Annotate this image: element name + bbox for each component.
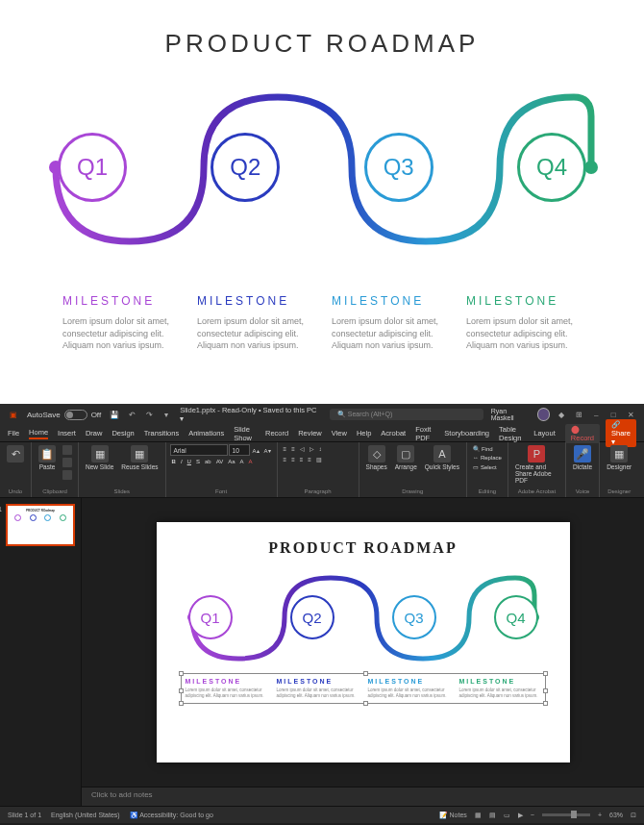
menu-draw[interactable]: Draw	[86, 429, 103, 438]
view-reading-icon[interactable]: ▭	[504, 812, 510, 819]
shrink-font[interactable]: A▾	[262, 446, 273, 455]
spacing-button[interactable]: AV	[214, 458, 226, 465]
menu-file[interactable]: File	[8, 429, 19, 438]
dictate-button[interactable]: 🎤Dictate	[570, 444, 595, 471]
replace-button[interactable]: ↔ Replace	[471, 454, 504, 462]
menu-insert[interactable]: Insert	[58, 429, 76, 438]
undo-icon[interactable]: ↶	[126, 409, 137, 420]
canvas-q2[interactable]: Q2	[290, 595, 334, 639]
canvas-milestone-3[interactable]: MILESTONE Lorem ipsum dolor sit amet, co…	[368, 678, 450, 699]
canvas-q4[interactable]: Q4	[494, 595, 538, 639]
font-family-select[interactable]: Arial	[170, 444, 228, 456]
menu-design[interactable]: Design	[111, 429, 134, 438]
view-normal-icon[interactable]: ▦	[475, 812, 482, 819]
menu-record[interactable]: Record	[265, 429, 288, 438]
slide-canvas[interactable]: PRODUCT ROADMAP	[157, 522, 570, 762]
grow-font[interactable]: A▴	[251, 446, 261, 455]
create-pdf-button[interactable]: PCreate and Share Adobe PDF	[512, 444, 561, 485]
menu-slideshow[interactable]: Slide Show	[234, 425, 256, 442]
bullets-button[interactable]: ≡	[282, 445, 289, 453]
view-sorter-icon[interactable]: ▤	[489, 812, 496, 819]
menu-tabledesign[interactable]: Table Design	[499, 425, 524, 442]
canvas-milestone-1[interactable]: MILESTONE Lorem ipsum dolor sit amet, co…	[186, 678, 267, 699]
undo-button[interactable]: ↶	[4, 444, 27, 463]
canvas-milestone-2[interactable]: MILESTONE Lorem ipsum dolor sit amet, co…	[277, 678, 359, 699]
ribbon-clipboard: 📋Paste Clipboard	[32, 442, 79, 497]
arrange-button[interactable]: ▢Arrange	[392, 444, 420, 471]
app-icon: ▣	[8, 409, 19, 420]
find-button[interactable]: 🔍 Find	[471, 444, 495, 453]
ribbon-paragraph: ≡ ≡ ◁ ▷ ↕ ≡ ≡ ≡ ≡ ▥ Paragraph	[278, 442, 359, 497]
paste-button[interactable]: 📋Paste	[36, 444, 59, 471]
thumbnail-1[interactable]: 1 PRODUCT ROadmap	[6, 504, 75, 546]
menu-foxit[interactable]: Foxit PDF	[415, 425, 434, 442]
notes-pane[interactable]: Click to add notes	[82, 787, 644, 806]
indent-dec-button[interactable]: ◁	[298, 444, 307, 453]
accessibility-indicator[interactable]: ♿ Accessibility: Good to go	[130, 812, 213, 819]
copy-button[interactable]	[61, 457, 74, 468]
ribbon: ↶ Undo 📋Paste Clipboard ▦New Slide ▦Reus…	[0, 442, 644, 498]
strike-button[interactable]: S	[194, 458, 202, 465]
menu-storyboarding[interactable]: Storyboarding	[444, 429, 489, 438]
menu-layout[interactable]: Layout	[533, 429, 556, 438]
canvas-milestone-4[interactable]: MILESTONE Lorem ipsum dolor sit amet, co…	[459, 678, 541, 699]
save-icon[interactable]: 💾	[109, 409, 120, 420]
font-size-select[interactable]: 10	[229, 444, 250, 456]
canvas-q1[interactable]: Q1	[188, 595, 233, 639]
shapes-button[interactable]: ◇Shapes	[363, 444, 390, 471]
ribbon-undo: ↶ Undo	[0, 442, 32, 497]
italic-button[interactable]: I	[179, 458, 185, 465]
selected-text-box[interactable]: MILESTONE Lorem ipsum dolor sit amet, co…	[181, 673, 546, 704]
indent-inc-button[interactable]: ▷	[308, 444, 316, 453]
statusbar: Slide 1 of 1 English (United States) ♿ A…	[0, 806, 644, 823]
menu-transitions[interactable]: Transitions	[144, 429, 179, 438]
numbering-button[interactable]: ≡	[289, 445, 297, 453]
fit-window-icon[interactable]: ⊡	[631, 812, 636, 819]
bold-button[interactable]: B	[170, 458, 178, 465]
zoom-level[interactable]: 63%	[609, 812, 623, 818]
menu-acrobat[interactable]: Acrobat	[381, 429, 406, 438]
highlight-button[interactable]: A	[238, 458, 246, 465]
align-left-button[interactable]: ≡	[282, 456, 289, 463]
columns-button[interactable]: ▥	[314, 455, 324, 463]
zoom-slider[interactable]	[542, 813, 590, 816]
reuse-slides-button[interactable]: ▦Reuse Slides	[118, 444, 161, 471]
align-right-button[interactable]: ≡	[298, 456, 306, 463]
format-painter-button[interactable]	[61, 469, 74, 481]
underline-button[interactable]: U	[186, 458, 193, 465]
user-name[interactable]: Ryan Maskell	[491, 408, 532, 421]
menu-view[interactable]: View	[332, 429, 347, 438]
canvas-q3[interactable]: Q3	[392, 595, 436, 639]
view-slideshow-icon[interactable]: ▶	[518, 812, 523, 819]
canvas-title[interactable]: PRODUCT ROADMAP	[181, 539, 546, 557]
line-spacing-button[interactable]: ↕	[317, 445, 324, 453]
font-color-button[interactable]: A	[247, 458, 255, 465]
menu-home[interactable]: Home	[29, 428, 48, 439]
align-center-button[interactable]: ≡	[289, 456, 297, 463]
slide-indicator[interactable]: Slide 1 of 1	[8, 812, 41, 818]
toggle-switch[interactable]	[64, 410, 87, 420]
shadow-button[interactable]: ab	[203, 458, 213, 465]
zoom-in-icon[interactable]: +	[598, 812, 602, 818]
menu-animations[interactable]: Animations	[188, 429, 224, 438]
cut-button[interactable]	[61, 444, 74, 456]
quick-styles-button[interactable]: AQuick Styles	[422, 444, 462, 471]
dropdown-icon[interactable]: ▾	[161, 409, 172, 420]
zoom-out-icon[interactable]: −	[531, 812, 534, 818]
select-button[interactable]: ▭ Select	[471, 462, 499, 471]
document-title[interactable]: Slide1.pptx - Read-Only • Saved to this …	[180, 406, 322, 423]
autosave-toggle[interactable]: AutoSave Off	[27, 410, 101, 420]
language-indicator[interactable]: English (United States)	[51, 812, 120, 818]
avatar[interactable]	[537, 408, 551, 421]
notes-toggle[interactable]: 📝 Notes	[439, 812, 467, 819]
justify-button[interactable]: ≡	[306, 456, 313, 463]
search-box[interactable]: 🔍 Search (Alt+Q)	[330, 409, 483, 420]
designer-button[interactable]: ▦Designer	[604, 444, 634, 471]
case-button[interactable]: Aa	[226, 458, 236, 465]
redo-icon[interactable]: ↷	[143, 409, 155, 420]
menu-help[interactable]: Help	[357, 429, 371, 438]
record-button[interactable]: ⬤ Record	[565, 424, 600, 443]
menu-review[interactable]: Review	[298, 429, 322, 438]
canvas-curve[interactable]: Q1 Q2 Q3 Q4	[181, 574, 546, 665]
new-slide-button[interactable]: ▦New Slide	[83, 444, 116, 471]
